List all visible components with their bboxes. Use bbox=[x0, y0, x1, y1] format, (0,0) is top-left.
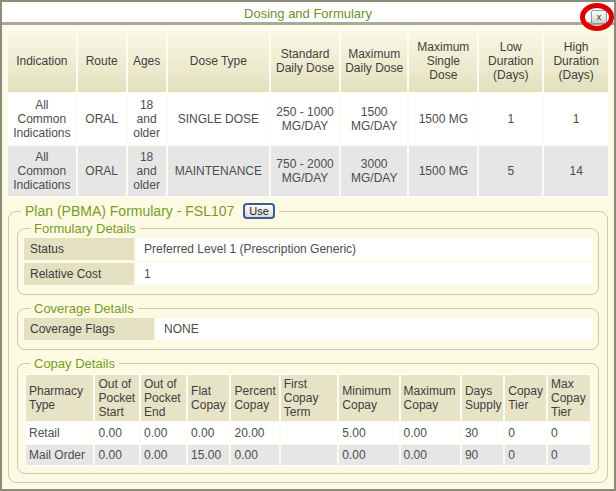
table-cell: ORAL bbox=[78, 146, 126, 196]
dose-table-header-row: Indication Route Ages Dose Type Standard… bbox=[8, 30, 608, 92]
dosing-formulary-window: Dosing and Formulary x Indication Route … bbox=[0, 0, 616, 491]
header-cell-indication: Indication bbox=[8, 30, 76, 92]
use-button[interactable]: Use bbox=[243, 203, 275, 219]
header-cell-low-duration: Low Duration (Days) bbox=[479, 30, 542, 92]
table-cell: 1 bbox=[544, 94, 608, 144]
formulary-details-legend: Formulary Details bbox=[30, 221, 140, 236]
table-cell: 0.00 bbox=[401, 445, 460, 465]
status-row: Status Preferred Level 1 (Prescription G… bbox=[24, 238, 592, 260]
relative-cost-value: 1 bbox=[136, 263, 592, 285]
table-cell: 18 and older bbox=[128, 94, 166, 144]
plan-formulary-title: Plan (PBMA) Formulary - FSL107 bbox=[25, 203, 234, 219]
table-cell: 0.00 bbox=[188, 423, 229, 443]
header-cell-first-copay-term: First Copay Term bbox=[281, 375, 338, 421]
table-cell: 14 bbox=[544, 146, 608, 196]
header-cell-route: Route bbox=[78, 30, 126, 92]
table-cell: 750 - 2000 MG/DAY bbox=[271, 146, 339, 196]
table-cell: 0 bbox=[505, 445, 546, 465]
header-cell-oop-end: Out of Pocket End bbox=[141, 375, 186, 421]
relative-cost-row: Relative Cost 1 bbox=[24, 263, 592, 285]
table-cell: All Common Indications bbox=[8, 146, 76, 196]
header-cell-maximum-single-dose: Maximum Single Dose bbox=[409, 30, 477, 92]
table-cell: Retail bbox=[26, 423, 93, 443]
table-cell: 1500 MG bbox=[409, 146, 477, 196]
coverage-flags-value: NONE bbox=[156, 318, 592, 340]
table-cell: 0.00 bbox=[231, 445, 278, 465]
header-cell-maximum-daily-dose: Maximum Daily Dose bbox=[341, 30, 408, 92]
header-cell-days-supply: Days Supply bbox=[462, 375, 503, 421]
dose-table-row: All Common Indications ORAL 18 and older… bbox=[8, 94, 608, 144]
coverage-flags-row: Coverage Flags NONE bbox=[24, 318, 592, 340]
table-cell: 250 - 1000 MG/DAY bbox=[271, 94, 339, 144]
table-cell: 1500 MG/DAY bbox=[341, 94, 408, 144]
copay-details-legend: Copay Details bbox=[30, 356, 119, 371]
coverage-details-legend: Coverage Details bbox=[30, 301, 138, 316]
table-cell: 5 bbox=[479, 146, 542, 196]
plan-formulary-legend: Plan (PBMA) Formulary - FSL107 Use bbox=[21, 203, 279, 219]
table-cell: 5.00 bbox=[339, 423, 398, 443]
table-cell: 3000 MG/DAY bbox=[341, 146, 408, 196]
header-cell-minimum-copay: Minimum Copay bbox=[339, 375, 398, 421]
header-cell-dose-type: Dose Type bbox=[168, 30, 270, 92]
table-cell: MAINTENANCE bbox=[168, 146, 270, 196]
header-cell-ages: Ages bbox=[128, 30, 166, 92]
table-cell: 0 bbox=[505, 423, 546, 443]
plan-formulary-section: Plan (PBMA) Formulary - FSL107 Use Formu… bbox=[8, 203, 608, 483]
header-cell-max-copay-tier: Max Copay Tier bbox=[548, 375, 590, 421]
copay-details-section: Copay Details Pharmacy Type Out of Pocke… bbox=[17, 356, 599, 474]
header-cell-percent-copay: Percent Copay bbox=[231, 375, 278, 421]
content-area: Indication Route Ages Dose Type Standard… bbox=[2, 25, 614, 483]
relative-cost-label: Relative Cost bbox=[24, 263, 134, 285]
copay-table-header-row: Pharmacy Type Out of Pocket Start Out of… bbox=[26, 375, 590, 421]
copay-table: Pharmacy Type Out of Pocket Start Out of… bbox=[24, 373, 592, 467]
table-cell: 0.00 bbox=[401, 423, 460, 443]
table-cell: 0.00 bbox=[95, 423, 139, 443]
table-cell: 0 bbox=[548, 445, 590, 465]
header-cell-copay-tier: Copay Tier bbox=[505, 375, 546, 421]
coverage-flags-label: Coverage Flags bbox=[24, 318, 154, 340]
table-cell: ORAL bbox=[78, 94, 126, 144]
title-bar: Dosing and Formulary bbox=[2, 2, 614, 25]
table-cell: 0.00 bbox=[141, 445, 186, 465]
table-cell: 15.00 bbox=[188, 445, 229, 465]
table-cell: 20.00 bbox=[231, 423, 278, 443]
table-cell: 18 and older bbox=[128, 146, 166, 196]
copay-table-row-mail-order: Mail Order 0.00 0.00 15.00 0.00 0.00 0.0… bbox=[26, 445, 590, 465]
header-cell-flat-copay: Flat Copay bbox=[188, 375, 229, 421]
table-cell: 0.00 bbox=[95, 445, 139, 465]
table-cell: 1500 MG bbox=[409, 94, 477, 144]
table-cell: 30 bbox=[462, 423, 503, 443]
table-cell: Mail Order bbox=[26, 445, 93, 465]
table-cell: All Common Indications bbox=[8, 94, 76, 144]
table-cell: SINGLE DOSE bbox=[168, 94, 270, 144]
header-cell-oop-start: Out of Pocket Start bbox=[95, 375, 139, 421]
coverage-details-section: Coverage Details Coverage Flags NONE bbox=[17, 301, 599, 350]
table-cell: 0.00 bbox=[141, 423, 186, 443]
table-cell bbox=[281, 445, 338, 465]
copay-table-row-retail: Retail 0.00 0.00 0.00 20.00 5.00 0.00 30… bbox=[26, 423, 590, 443]
formulary-details-section: Formulary Details Status Preferred Level… bbox=[17, 221, 599, 295]
status-label: Status bbox=[24, 238, 134, 260]
table-cell bbox=[281, 423, 338, 443]
header-cell-standard-daily-dose: Standard Daily Dose bbox=[271, 30, 339, 92]
table-cell: 0 bbox=[548, 423, 590, 443]
table-cell: 90 bbox=[462, 445, 503, 465]
table-cell: 1 bbox=[479, 94, 542, 144]
header-cell-pharmacy-type: Pharmacy Type bbox=[26, 375, 93, 421]
header-cell-maximum-copay: Maximum Copay bbox=[401, 375, 460, 421]
table-cell: 0.00 bbox=[339, 445, 398, 465]
status-value: Preferred Level 1 (Prescription Generic) bbox=[136, 238, 592, 260]
header-cell-high-duration: High Duration (Days) bbox=[544, 30, 608, 92]
close-button[interactable]: x bbox=[591, 10, 607, 24]
dose-table-row: All Common Indications ORAL 18 and older… bbox=[8, 146, 608, 196]
dose-table: Indication Route Ages Dose Type Standard… bbox=[6, 28, 610, 198]
page-title: Dosing and Formulary bbox=[244, 6, 372, 21]
